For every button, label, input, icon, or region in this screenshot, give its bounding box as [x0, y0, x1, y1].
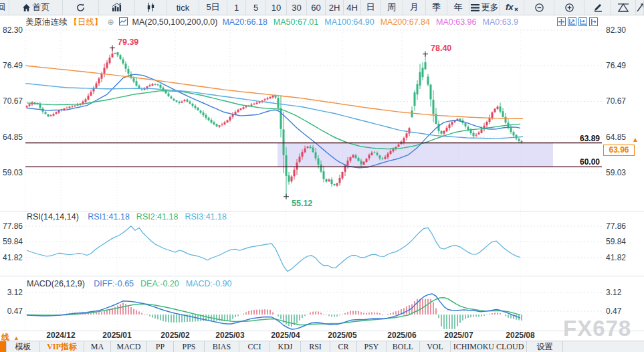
ma20-value: MA20:66.18 [222, 17, 267, 27]
level-label: 60.00 [580, 157, 600, 167]
tab-macd[interactable]: MACD [111, 341, 147, 352]
toolbar-button-2h[interactable]: 2H [326, 0, 344, 15]
toolbar-button-tick[interactable]: tick [167, 0, 199, 15]
crosshair-pan-icon[interactable] [557, 17, 566, 26]
toolbar-button-shapes-partial[interactable] [636, 0, 644, 15]
toolbar-button-10min[interactable]: 10 [266, 0, 287, 15]
tab-psy[interactable]: PSY [357, 341, 387, 352]
toolbar-button-5day[interactable]: 5日 [199, 0, 227, 15]
toolbar-button-60min[interactable]: 60 [307, 0, 326, 15]
axis-tick-label: 82.30 [606, 27, 626, 35]
rsi1-value: RSI1:41.18 [88, 212, 130, 222]
xaxis-month-label: 2025/06 [387, 331, 417, 340]
level-label: 63.89 [580, 134, 600, 143]
tab-bias[interactable]: BIAS [205, 341, 239, 352]
toolbar-label-10min: 10 [272, 3, 281, 13]
chart-header: 美原油连续 【日线】 ⊕ MA(20,50,100,200,0,0) MA20:… [25, 17, 524, 27]
ma200-value: MA200:67.84 [381, 17, 430, 27]
tab-cr[interactable]: CR [330, 341, 357, 352]
tab-pp[interactable]: PP [147, 341, 174, 352]
ma-values: MA20:66.18MA50:67.01MA100:64.90MA200:67.… [222, 17, 524, 27]
toolbar-button-zoom-in[interactable] [554, 0, 584, 15]
tab-rsi[interactable]: RSI [301, 341, 330, 352]
axis-tick-label: 70.67 [606, 96, 626, 106]
toolbar-button-home[interactable]: 首页 [9, 0, 63, 15]
diff-value: DIFF:-0.65 [94, 279, 134, 288]
toolbar-label-year: 年 [454, 1, 463, 13]
zoom-area-icon[interactable] [568, 17, 576, 26]
toolbar-button-candlestick[interactable] [135, 0, 167, 15]
xaxis-month-label: 2025/07 [444, 331, 473, 340]
rsi2-value: RSI2:41.18 [136, 212, 179, 222]
go-latest-icon[interactable] [589, 17, 598, 26]
dea-value: DEA:-0.20 [140, 279, 179, 288]
price-up-arrow-icon: ▲ [632, 136, 639, 143]
toolbar-button-month[interactable]: 月 [403, 0, 426, 15]
toolbar-button-5min[interactable]: 5 [246, 0, 266, 15]
tab-ma[interactable]: MA [84, 341, 111, 352]
tab-settings[interactable]: 设置 [527, 341, 563, 352]
pan-horizontal-icon[interactable] [578, 17, 587, 26]
toolbar-button-more[interactable]: 更多 [469, 0, 500, 15]
price-annotation: 78.40 [431, 43, 451, 53]
toolbar-button-4h[interactable]: 4H [344, 0, 361, 15]
tab-boll[interactable]: BOLL [387, 341, 420, 352]
axis-tick-label: 0.47 [606, 306, 622, 316]
current-price-badge: 63.96 [603, 145, 635, 156]
toolbar-button-quarter[interactable]: 季 [426, 0, 447, 15]
toolbar-button-formula[interactable]: fx [500, 0, 524, 15]
compare-add-icon[interactable]: ⊕ [108, 17, 114, 27]
toolbar-button-day[interactable]: 日 [361, 0, 381, 15]
tab-template[interactable]: 模板 [7, 341, 40, 352]
tab-cci[interactable]: CCI [239, 341, 270, 352]
toolbar-label-30min: 30 [292, 3, 301, 13]
ma0-value-1: MA0:63.96 [436, 17, 476, 27]
toolbar-button-bar-chart[interactable] [99, 0, 135, 15]
axis-tick-label: 59.03 [606, 168, 626, 177]
tab-ichimoku[interactable]: ICHIMOKU CLOUD [451, 341, 527, 352]
tab-partial[interactable] [0, 341, 7, 352]
axis-tick-label: 41.82 [3, 253, 23, 262]
toolbar-button-refresh[interactable] [63, 0, 99, 15]
toolbar-label-month: 月 [410, 1, 419, 13]
symbol-name[interactable]: 美原油连续 [25, 17, 68, 28]
axis-tick-label: 3.12 [7, 288, 23, 297]
toolbar-label-quarter: 季 [432, 1, 441, 13]
toolbar-button-year[interactable]: 年 [447, 0, 469, 15]
xaxis-month-label: 2025/04 [271, 331, 300, 340]
ma-settings-label[interactable]: MA(20,50,100,200,0,0) [132, 17, 218, 27]
watermark: FX678 [563, 316, 631, 341]
toolbar-label-more: 更多 [481, 1, 499, 13]
toolbar-button-shapes[interactable] [611, 0, 636, 15]
macd-params[interactable]: MACD(26,12,9) [27, 279, 85, 288]
period-label[interactable]: 【日线】 [70, 17, 103, 28]
toolbar-label-5min: 5 [253, 3, 258, 13]
trading-terminal: 回首页tick5日151030602H4H日周月季年更多fx 美原油连续 【日线… [0, 0, 644, 352]
axis-tick-label: 77.86 [606, 222, 626, 231]
axis-tick-label: 76.49 [3, 61, 23, 70]
macd-header: MACD(26,12,9) DIFF:-0.65DEA:-0.20MACD:-0… [27, 279, 239, 288]
toolbar-button-zoom-out[interactable] [524, 0, 554, 15]
xaxis-month-label: 2025/02 [160, 331, 190, 340]
axis-tick-label: 64.85 [606, 133, 626, 142]
macd-value: MACD:-0.90 [186, 279, 232, 288]
toolbar-button-1min[interactable]: 1 [227, 0, 246, 15]
svg-text:fx: fx [506, 3, 514, 12]
toolbar-button-week[interactable]: 周 [381, 0, 403, 15]
rsi-header: RSI(14,14,14) RSI1:41.18RSI2:41.18RSI3:4… [27, 212, 233, 222]
indicator-tab-bar: 模板VIP指标MAMACDPPPPSBIASCCIKDJRSICRPSYBOLL… [0, 341, 644, 352]
toolbar-button-30min[interactable]: 30 [287, 0, 307, 15]
toolbar-button-draw[interactable] [584, 0, 611, 15]
tab-vip-indicator[interactable]: VIP指标 [40, 341, 84, 352]
tab-vol[interactable]: VOL [420, 341, 451, 352]
chart-tool-icons [557, 17, 598, 26]
toolbar-button-back-partial[interactable]: 回 [0, 0, 9, 15]
tab-pps[interactable]: PPS [174, 341, 205, 352]
rsi-params[interactable]: RSI(14,14,14) [27, 212, 79, 222]
axis-tick-label: 59.03 [3, 168, 23, 177]
tab-kdj[interactable]: KDJ [270, 341, 301, 352]
candles [26, 48, 523, 197]
price-chart-canvas[interactable]: 82.3082.3076.4976.4970.6770.6764.8564.85… [0, 27, 644, 341]
chart-type-icon[interactable] [119, 17, 128, 27]
xaxis-month-label: 2025/03 [215, 331, 245, 340]
